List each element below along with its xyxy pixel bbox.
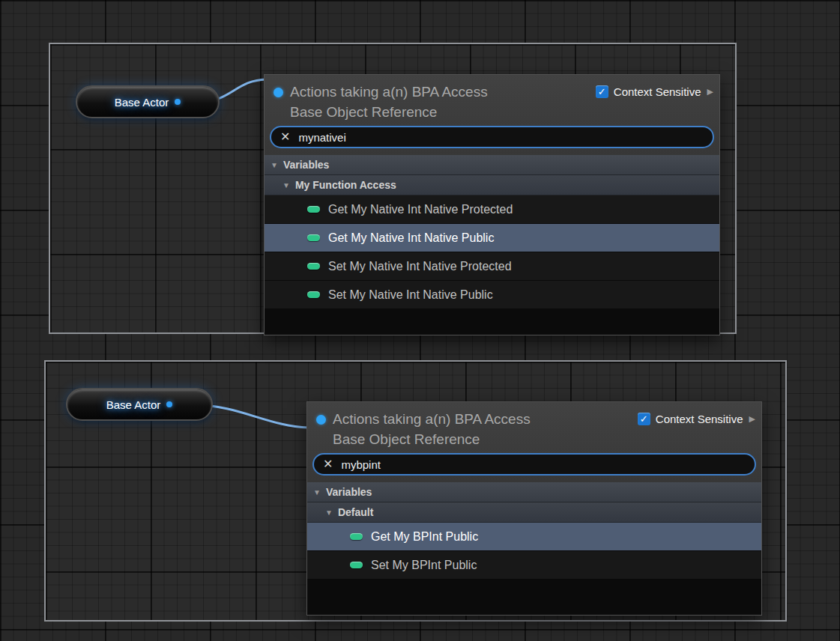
category-label: Default <box>338 506 373 518</box>
collapse-triangle-icon: ▼ <box>325 508 333 517</box>
check-icon: ✓ <box>598 87 606 97</box>
node-title: Base Actor <box>115 96 169 109</box>
action-item-label: Get My Native Int Native Public <box>328 231 494 245</box>
action-item[interactable]: Get My Native Int Native Protected <box>265 195 719 224</box>
action-item[interactable]: Set My Native Int Native Public <box>265 281 719 309</box>
search-input[interactable]: ✕ mybpint <box>312 453 756 476</box>
submenu-arrow-icon[interactable]: ▶ <box>707 87 713 97</box>
context-action-menu: Actions taking a(n) BPA Access Base Obje… <box>265 75 719 335</box>
context-sensitive-label: Context Sensitive <box>614 85 701 98</box>
variable-pill-icon <box>350 533 363 540</box>
variable-pill-icon <box>307 263 320 270</box>
menu-header-area: Actions taking a(n) BPA Access Base Obje… <box>307 402 761 482</box>
object-output-pin[interactable] <box>175 99 181 105</box>
context-sensitive-label: Context Sensitive <box>656 413 743 425</box>
actions-list: ▼ Variables ▼ Default Get My BPInt Publi… <box>307 482 761 615</box>
action-item-label: Set My Native Int Native Public <box>328 288 493 302</box>
action-item-label: Get My Native Int Native Protected <box>328 203 513 216</box>
collapse-triangle-icon: ▼ <box>271 161 278 169</box>
base-actor-node[interactable]: Base Actor <box>76 85 220 118</box>
node-title: Base Actor <box>106 398 161 411</box>
search-text: mybpint <box>341 458 381 471</box>
blueprint-graph-background: Base Actor Actions taking a(n) BPA Acces… <box>0 0 840 641</box>
object-reference-pin-icon <box>274 88 283 97</box>
action-item-label: Get My BPInt Public <box>371 530 478 544</box>
action-item[interactable]: Set My Native Int Native Protected <box>265 252 719 281</box>
graph-panel-top: Base Actor Actions taking a(n) BPA Acces… <box>49 43 737 334</box>
menu-title: Actions taking a(n) BPA Access Base Obje… <box>333 409 638 449</box>
category-label: My Function Access <box>295 179 396 191</box>
menu-title-line2: Base Object Reference <box>333 429 638 449</box>
category-label: Variables <box>283 159 330 171</box>
variable-pill-icon <box>350 562 363 568</box>
variable-pill-icon <box>307 206 320 213</box>
submenu-arrow-icon[interactable]: ▶ <box>749 414 755 424</box>
category-row-my-function-access[interactable]: ▼ My Function Access <box>265 175 719 195</box>
menu-title-line1: Actions taking a(n) BPA Access <box>333 409 638 429</box>
collapse-triangle-icon: ▼ <box>282 181 290 189</box>
context-action-menu: Actions taking a(n) BPA Access Base Obje… <box>307 402 761 615</box>
context-sensitive-checkbox[interactable]: ✓ <box>638 413 650 425</box>
collapse-triangle-icon: ▼ <box>313 488 321 496</box>
menu-title: Actions taking a(n) BPA Access Base Obje… <box>290 82 596 122</box>
action-item[interactable]: Set My BPInt Public <box>307 551 761 580</box>
menu-title-line1: Actions taking a(n) BPA Access <box>290 82 596 102</box>
context-sensitive-control[interactable]: ✓ Context Sensitive ▶ <box>596 85 713 98</box>
menu-title-line2: Base Object Reference <box>290 102 596 122</box>
clear-search-icon[interactable]: ✕ <box>280 131 290 143</box>
object-output-pin[interactable] <box>166 401 172 407</box>
action-item-selected[interactable]: Get My Native Int Native Public <box>265 224 719 252</box>
variable-pill-icon <box>307 234 320 241</box>
action-item-selected[interactable]: Get My BPInt Public <box>307 523 761 551</box>
category-row-variables[interactable]: ▼ Variables <box>265 155 719 175</box>
search-input[interactable]: ✕ mynativei <box>270 126 714 148</box>
action-item-label: Set My Native Int Native Protected <box>328 260 512 273</box>
actions-list: ▼ Variables ▼ My Function Access Get My … <box>265 155 719 335</box>
context-sensitive-checkbox[interactable]: ✓ <box>596 85 608 98</box>
variable-pill-icon <box>307 291 320 298</box>
object-reference-pin-icon <box>316 415 326 425</box>
check-icon: ✓ <box>640 414 648 424</box>
clear-search-icon[interactable]: ✕ <box>323 458 333 470</box>
graph-panel-bottom: Base Actor Actions taking a(n) BPA Acces… <box>44 360 787 622</box>
menu-header-area: Actions taking a(n) BPA Access Base Obje… <box>265 75 719 155</box>
action-item-label: Set My BPInt Public <box>371 559 477 572</box>
category-label: Variables <box>326 486 372 498</box>
search-text: mynativei <box>298 131 345 144</box>
base-actor-node[interactable]: Base Actor <box>66 388 213 421</box>
category-row-default[interactable]: ▼ Default <box>307 502 761 523</box>
context-sensitive-control[interactable]: ✓ Context Sensitive ▶ <box>638 413 755 425</box>
category-row-variables[interactable]: ▼ Variables <box>307 482 761 502</box>
